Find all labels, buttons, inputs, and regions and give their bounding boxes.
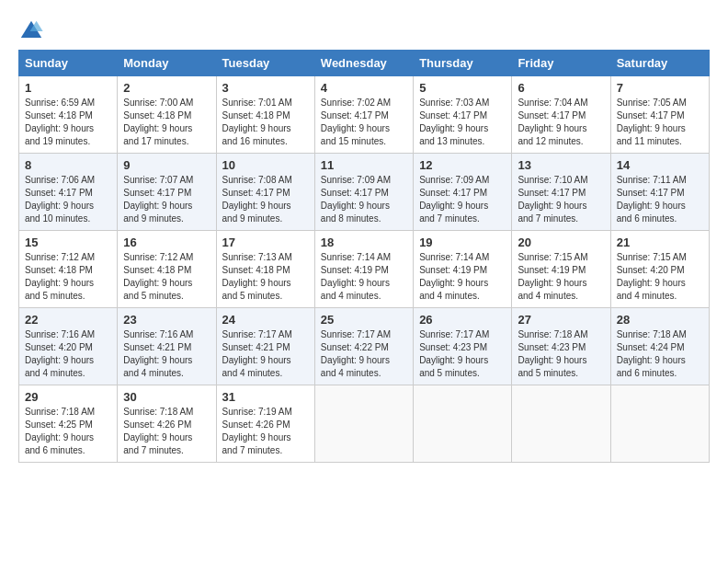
cell-text: Sunrise: 7:09 AMSunset: 4:17 PMDaylight:… bbox=[419, 175, 489, 224]
day-number: 5 bbox=[419, 81, 506, 95]
calendar-cell: 17 Sunrise: 7:13 AMSunset: 4:18 PMDaylig… bbox=[216, 231, 314, 308]
header bbox=[18, 15, 710, 44]
cell-text: Sunrise: 7:17 AMSunset: 4:22 PMDaylight:… bbox=[321, 329, 391, 378]
calendar-cell: 8 Sunrise: 7:06 AMSunset: 4:17 PMDayligh… bbox=[19, 154, 118, 231]
calendar-cell: 12 Sunrise: 7:09 AMSunset: 4:17 PMDaylig… bbox=[414, 154, 512, 231]
day-number: 26 bbox=[419, 313, 506, 327]
calendar-cell: 28 Sunrise: 7:18 AMSunset: 4:24 PMDaylig… bbox=[610, 308, 709, 385]
calendar-cell: 21 Sunrise: 7:15 AMSunset: 4:20 PMDaylig… bbox=[610, 231, 709, 308]
day-number: 31 bbox=[222, 390, 309, 404]
cell-text: Sunrise: 7:16 AMSunset: 4:21 PMDaylight:… bbox=[123, 329, 193, 378]
day-number: 15 bbox=[25, 236, 111, 249]
day-number: 6 bbox=[518, 81, 604, 95]
calendar-cell: 13 Sunrise: 7:10 AMSunset: 4:17 PMDaylig… bbox=[512, 154, 610, 231]
day-number: 2 bbox=[123, 81, 210, 95]
calendar-week-2: 8 Sunrise: 7:06 AMSunset: 4:17 PMDayligh… bbox=[19, 154, 710, 231]
calendar-cell: 30 Sunrise: 7:18 AMSunset: 4:26 PMDaylig… bbox=[118, 385, 216, 463]
cell-text: Sunrise: 7:16 AMSunset: 4:20 PMDaylight:… bbox=[25, 329, 95, 378]
calendar-cell: 31 Sunrise: 7:19 AMSunset: 4:26 PMDaylig… bbox=[216, 385, 314, 463]
cell-text: Sunrise: 7:15 AMSunset: 4:19 PMDaylight:… bbox=[518, 252, 587, 301]
calendar-header-wednesday: Wednesday bbox=[314, 51, 413, 76]
logo-icon bbox=[18, 18, 44, 44]
day-number: 10 bbox=[222, 158, 309, 172]
day-number: 12 bbox=[419, 158, 506, 172]
cell-text: Sunrise: 7:03 AMSunset: 4:17 PMDaylight:… bbox=[419, 98, 489, 146]
calendar-cell: 22 Sunrise: 7:16 AMSunset: 4:20 PMDaylig… bbox=[19, 308, 118, 385]
logo bbox=[18, 18, 48, 44]
cell-text: Sunrise: 7:17 AMSunset: 4:23 PMDaylight:… bbox=[419, 329, 489, 378]
cell-text: Sunrise: 7:09 AMSunset: 4:17 PMDaylight:… bbox=[321, 175, 391, 224]
day-number: 13 bbox=[518, 158, 604, 172]
day-number: 3 bbox=[222, 81, 309, 95]
cell-text: Sunrise: 7:14 AMSunset: 4:19 PMDaylight:… bbox=[321, 252, 391, 301]
calendar-cell: 1 Sunrise: 6:59 AMSunset: 4:18 PMDayligh… bbox=[19, 76, 118, 154]
day-number: 7 bbox=[617, 81, 703, 95]
calendar-cell: 5 Sunrise: 7:03 AMSunset: 4:17 PMDayligh… bbox=[414, 76, 512, 154]
cell-text: Sunrise: 7:12 AMSunset: 4:18 PMDaylight:… bbox=[25, 252, 95, 301]
cell-text: Sunrise: 7:10 AMSunset: 4:17 PMDaylight:… bbox=[518, 175, 587, 224]
calendar-cell: 20 Sunrise: 7:15 AMSunset: 4:19 PMDaylig… bbox=[512, 231, 610, 308]
cell-text: Sunrise: 7:00 AMSunset: 4:18 PMDaylight:… bbox=[123, 98, 193, 146]
cell-text: Sunrise: 7:18 AMSunset: 4:26 PMDaylight:… bbox=[123, 407, 193, 455]
calendar-cell: 9 Sunrise: 7:07 AMSunset: 4:17 PMDayligh… bbox=[118, 154, 216, 231]
day-number: 20 bbox=[518, 236, 604, 249]
calendar-cell: 26 Sunrise: 7:17 AMSunset: 4:23 PMDaylig… bbox=[414, 308, 512, 385]
cell-text: Sunrise: 7:18 AMSunset: 4:24 PMDaylight:… bbox=[617, 329, 687, 378]
calendar-week-5: 29 Sunrise: 7:18 AMSunset: 4:25 PMDaylig… bbox=[19, 385, 710, 463]
calendar-cell: 15 Sunrise: 7:12 AMSunset: 4:18 PMDaylig… bbox=[19, 231, 118, 308]
calendar-cell: 3 Sunrise: 7:01 AMSunset: 4:18 PMDayligh… bbox=[216, 76, 314, 154]
calendar-cell: 14 Sunrise: 7:11 AMSunset: 4:17 PMDaylig… bbox=[610, 154, 709, 231]
day-number: 22 bbox=[25, 313, 111, 327]
calendar-header-tuesday: Tuesday bbox=[216, 51, 314, 76]
cell-text: Sunrise: 7:08 AMSunset: 4:17 PMDaylight:… bbox=[222, 175, 292, 224]
cell-text: Sunrise: 7:11 AMSunset: 4:17 PMDaylight:… bbox=[617, 175, 687, 224]
calendar-header-friday: Friday bbox=[512, 51, 610, 76]
calendar-header-thursday: Thursday bbox=[414, 51, 512, 76]
day-number: 29 bbox=[25, 390, 111, 404]
day-number: 14 bbox=[617, 158, 703, 172]
calendar-cell: 24 Sunrise: 7:17 AMSunset: 4:21 PMDaylig… bbox=[216, 308, 314, 385]
calendar-week-3: 15 Sunrise: 7:12 AMSunset: 4:18 PMDaylig… bbox=[19, 231, 710, 308]
calendar-cell: 19 Sunrise: 7:14 AMSunset: 4:19 PMDaylig… bbox=[414, 231, 512, 308]
day-number: 27 bbox=[518, 313, 604, 327]
day-number: 16 bbox=[123, 236, 210, 249]
calendar-cell: 4 Sunrise: 7:02 AMSunset: 4:17 PMDayligh… bbox=[314, 76, 413, 154]
cell-text: Sunrise: 7:01 AMSunset: 4:18 PMDaylight:… bbox=[222, 98, 292, 146]
cell-text: Sunrise: 7:05 AMSunset: 4:17 PMDaylight:… bbox=[617, 98, 687, 146]
day-number: 24 bbox=[222, 313, 309, 327]
calendar-cell: 25 Sunrise: 7:17 AMSunset: 4:22 PMDaylig… bbox=[314, 308, 413, 385]
cell-text: Sunrise: 7:19 AMSunset: 4:26 PMDaylight:… bbox=[222, 407, 292, 455]
calendar-week-4: 22 Sunrise: 7:16 AMSunset: 4:20 PMDaylig… bbox=[19, 308, 710, 385]
calendar-header-sunday: Sunday bbox=[19, 51, 118, 76]
cell-text: Sunrise: 7:06 AMSunset: 4:17 PMDaylight:… bbox=[25, 175, 95, 224]
cell-text: Sunrise: 7:02 AMSunset: 4:17 PMDaylight:… bbox=[321, 98, 391, 146]
cell-text: Sunrise: 7:18 AMSunset: 4:25 PMDaylight:… bbox=[25, 407, 95, 455]
day-number: 1 bbox=[25, 81, 111, 95]
cell-text: Sunrise: 7:17 AMSunset: 4:21 PMDaylight:… bbox=[222, 329, 292, 378]
calendar-cell: 29 Sunrise: 7:18 AMSunset: 4:25 PMDaylig… bbox=[19, 385, 118, 463]
cell-text: Sunrise: 7:14 AMSunset: 4:19 PMDaylight:… bbox=[419, 252, 489, 301]
calendar-cell: 18 Sunrise: 7:14 AMSunset: 4:19 PMDaylig… bbox=[314, 231, 413, 308]
cell-text: Sunrise: 7:15 AMSunset: 4:20 PMDaylight:… bbox=[617, 252, 687, 301]
cell-text: Sunrise: 7:13 AMSunset: 4:18 PMDaylight:… bbox=[222, 252, 292, 301]
calendar-cell: 16 Sunrise: 7:12 AMSunset: 4:18 PMDaylig… bbox=[118, 231, 216, 308]
calendar-cell bbox=[610, 385, 709, 463]
day-number: 25 bbox=[321, 313, 407, 327]
calendar-header-row: SundayMondayTuesdayWednesdayThursdayFrid… bbox=[19, 51, 710, 76]
day-number: 21 bbox=[617, 236, 703, 249]
calendar-cell bbox=[414, 385, 512, 463]
calendar-cell bbox=[512, 385, 610, 463]
calendar-cell: 23 Sunrise: 7:16 AMSunset: 4:21 PMDaylig… bbox=[118, 308, 216, 385]
day-number: 30 bbox=[123, 390, 210, 404]
cell-text: Sunrise: 7:18 AMSunset: 4:23 PMDaylight:… bbox=[518, 329, 587, 378]
day-number: 23 bbox=[123, 313, 210, 327]
cell-text: Sunrise: 7:12 AMSunset: 4:18 PMDaylight:… bbox=[123, 252, 193, 301]
calendar-cell: 10 Sunrise: 7:08 AMSunset: 4:17 PMDaylig… bbox=[216, 154, 314, 231]
day-number: 28 bbox=[617, 313, 703, 327]
day-number: 9 bbox=[123, 158, 210, 172]
day-number: 17 bbox=[222, 236, 309, 249]
day-number: 4 bbox=[321, 81, 407, 95]
calendar-cell: 27 Sunrise: 7:18 AMSunset: 4:23 PMDaylig… bbox=[512, 308, 610, 385]
cell-text: Sunrise: 6:59 AMSunset: 4:18 PMDaylight:… bbox=[25, 98, 95, 146]
calendar-cell bbox=[314, 385, 413, 463]
